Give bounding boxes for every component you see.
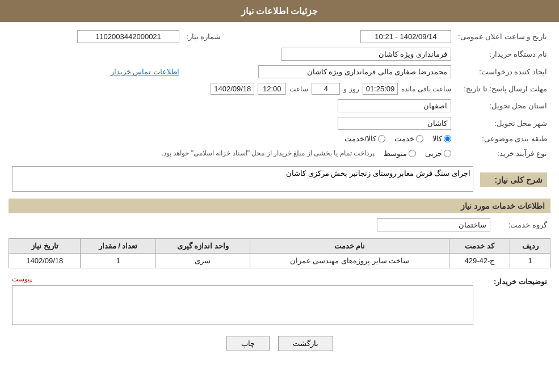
buyer-notes-textarea[interactable] [12,285,473,325]
cell-row-num: 1 [510,254,550,268]
need-number-value: 1102003442000021 [77,30,179,43]
description-textarea[interactable]: اجرای سنگ فرش معابر روستای زنجانیر بخش م… [12,166,473,192]
deadline-remaining: 01:25:09 [363,83,398,95]
cell-service-name: ساخت سایر پروژه‌های مهندسی عمران [250,254,449,268]
creator-value: محمدرضا صفاری مالی فرمانداری ویژه کاشان [258,65,451,78]
table-row: 1 ج-42-429 ساخت سایر پروژه‌های مهندسی عم… [9,254,550,268]
print-button[interactable]: چاپ [226,336,270,351]
col-date: تاریخ نیاز [9,239,81,254]
attachment-label: پیوست [12,275,32,283]
city-label: شهر محل تحویل: [455,115,550,132]
deadline-time-label: ساعت [289,85,308,93]
process-radio-medium[interactable]: متوسط [384,149,416,158]
process-label: نوع فرآیند خرید: [455,145,550,161]
city-value: کاشان [338,117,451,130]
buyer-org-value: فرمانداری ویژه کاشان [281,48,451,61]
creator-contact-link[interactable]: اطلاعات تماس خریدار [111,68,179,76]
col-unit: واحد اندازه گیری [155,239,250,254]
cell-quantity: 1 [81,254,155,268]
back-button[interactable]: بازگشت [278,336,333,351]
main-content: تاریخ و ساعت اعلان عمومی: 1402/09/14 - 1… [0,22,559,365]
category-radio-service[interactable]: خدمت [394,134,423,143]
col-row-num: ردیف [510,239,550,254]
province-label: استان محل تحویل: [455,97,550,115]
description-section-table: شرح کلی نیاز: اجرای سنگ فرش معابر روستای… [9,164,550,194]
col-service-code: کد خدمت [449,239,510,254]
need-number-label: شماره نیاز: [183,28,239,45]
services-section-title: اطلاعات خدمات مورد نیاز [9,199,550,213]
page-title: جزئیات اطلاعات نیاز [241,6,318,16]
deadline-days-label: روز و [343,85,359,93]
deadline-label: مهلت ارسال پاسخ: تا تاریخ: [455,81,550,97]
buyer-notes-table: توضیحات خریدار: پیوست [9,273,550,327]
services-table: ردیف کد خدمت نام خدمت واحد اندازه گیری ت… [9,238,550,268]
category-radio-goods[interactable]: کالا [432,134,451,143]
info-table: تاریخ و ساعت اعلان عمومی: 1402/09/14 - 1… [9,28,550,161]
deadline-date: 1402/09/18 [211,83,254,95]
bottom-buttons: بازگشت چاپ [9,336,550,351]
announcement-value: 1402/09/14 - 10:21 [360,30,451,43]
page-wrapper: جزئیات اطلاعات نیاز تاریخ و ساعت اعلان ع… [0,0,559,392]
creator-label: ایجاد کننده درخواست: [455,63,550,81]
cell-date: 1402/09/18 [9,254,81,268]
service-group-table: گروه خدمت: ساختمان [9,216,550,234]
service-group-label: گروه خدمت: [494,216,550,234]
description-section-title: شرح کلی نیاز: [480,172,547,187]
buyer-org-label: نام دستگاه خریدار: [455,45,550,63]
process-note: پرداخت تمام یا بخشی از مبلغ خریدار از مح… [162,149,375,157]
province-value: اصفهان [338,99,451,112]
buyer-notes-label: توضیحات خریدار: [480,277,547,286]
col-quantity: تعداد / مقدار [81,239,155,254]
deadline-days: 4 [312,83,340,95]
announcement-label: تاریخ و ساعت اعلان عمومی: [455,28,550,45]
page-header: جزئیات اطلاعات نیاز [0,0,559,22]
deadline-remaining-label: ساعت باقی مانده [401,85,451,93]
cell-unit: سری [155,254,250,268]
category-radio-both[interactable]: کالا/خدمت [344,134,385,143]
service-group-value: ساختمان [377,218,490,231]
process-radio-small[interactable]: جزیی [425,149,451,158]
cell-service-code: ج-42-429 [449,254,510,268]
deadline-time: 12:00 [258,83,286,95]
category-label: طبقه بندی موضوعی: [455,132,550,145]
col-service-name: نام خدمت [250,239,449,254]
